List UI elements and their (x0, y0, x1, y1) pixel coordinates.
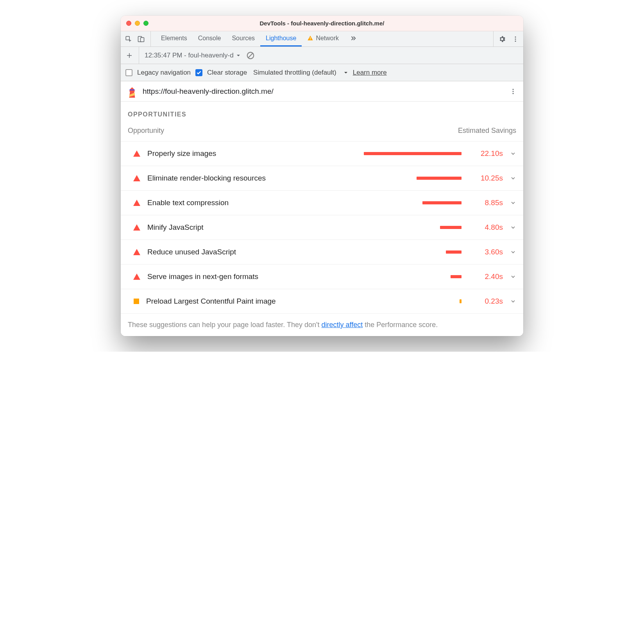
svg-point-12 (513, 91, 514, 92)
savings-bar (446, 250, 462, 254)
tab-console[interactable]: Console (193, 31, 227, 47)
legacy-nav-checkbox[interactable] (125, 69, 132, 76)
fail-triangle-icon (133, 249, 140, 255)
chevron-down-icon[interactable] (510, 200, 516, 206)
tab-label: Elements (161, 35, 187, 42)
col-savings: Estimated Savings (458, 127, 516, 135)
kebab-icon[interactable] (512, 35, 519, 43)
clear-storage-checkbox[interactable] (195, 69, 202, 76)
chevron-down-icon[interactable] (510, 274, 516, 280)
opportunity-label: Properly size images (147, 149, 288, 158)
close-icon[interactable] (126, 21, 131, 26)
svg-rect-2 (141, 38, 144, 42)
opportunity-label: Enable text compression (147, 199, 288, 207)
savings-bar-track (295, 177, 465, 180)
fail-triangle-icon (133, 175, 140, 181)
chevron-down-icon[interactable] (510, 249, 516, 255)
chevron-down-icon[interactable] (510, 298, 516, 304)
svg-point-13 (513, 93, 514, 94)
footnote-link[interactable]: directly affect (321, 321, 363, 329)
opportunity-row[interactable]: Reduce unused JavaScript3.60s (121, 240, 523, 264)
traffic-lights (126, 21, 148, 26)
divider (139, 47, 139, 64)
gear-icon[interactable] (498, 35, 506, 43)
savings-value: 8.85s (472, 199, 503, 207)
tested-url: https://foul-heavenly-direction.glitch.m… (143, 87, 504, 96)
clear-icon[interactable] (246, 51, 255, 60)
columns-header: Opportunity Estimated Savings (121, 124, 523, 141)
opportunity-label: Serve images in next-gen formats (147, 272, 288, 281)
svg-rect-4 (310, 39, 311, 39)
savings-bar (440, 226, 462, 229)
footnote-pre: These suggestions can help your page loa… (128, 321, 321, 329)
savings-bar (422, 201, 462, 204)
chevron-down-icon[interactable] (343, 70, 348, 75)
chevron-down-icon (236, 53, 241, 58)
tab-label: Console (198, 35, 221, 42)
savings-bar (364, 152, 462, 155)
tab-lighthouse[interactable]: Lighthouse (260, 31, 302, 47)
tab-label: Sources (232, 35, 255, 42)
opportunity-row[interactable]: Properly size images22.10s (121, 141, 523, 166)
learn-more-link[interactable]: Learn more (353, 69, 387, 77)
chevron-down-icon[interactable] (510, 175, 516, 181)
tab-elements[interactable]: Elements (156, 31, 193, 47)
fail-triangle-icon (133, 150, 140, 157)
tab-overflow[interactable] (344, 31, 362, 47)
opportunities-section: OPPORTUNITIES Opportunity Estimated Savi… (121, 102, 523, 336)
savings-bar-track (295, 275, 465, 278)
warning-icon (307, 35, 313, 41)
opportunity-row[interactable]: Preload Largest Contentful Paint image0.… (121, 289, 523, 314)
tab-label: Network (316, 35, 339, 42)
savings-value: 3.60s (472, 248, 503, 256)
run-settings: Legacy navigation Clear storage Simulate… (121, 64, 523, 81)
fail-triangle-icon (133, 200, 140, 206)
throttling-label: Simulated throttling (default) (253, 69, 336, 77)
clear-storage-label: Clear storage (207, 69, 247, 77)
chevron-down-icon[interactable] (510, 150, 516, 157)
savings-bar-track (295, 152, 465, 155)
opportunity-row[interactable]: Eliminate render-blocking resources10.25… (121, 166, 523, 190)
svg-point-5 (515, 36, 516, 38)
chevron-down-icon[interactable] (510, 224, 516, 231)
opportunity-label: Eliminate render-blocking resources (147, 174, 288, 182)
legacy-nav-label: Legacy navigation (137, 69, 191, 77)
chevron-right-double-icon (350, 35, 357, 42)
opportunity-row[interactable]: Minify JavaScript4.80s (121, 215, 523, 240)
report-menu-kebab-icon[interactable] (509, 88, 517, 95)
average-square-icon (134, 299, 139, 304)
opportunity-label: Minify JavaScript (147, 223, 288, 232)
savings-value: 2.40s (472, 272, 503, 281)
svg-point-11 (513, 89, 514, 90)
savings-bar-track (295, 226, 465, 229)
fail-triangle-icon (133, 274, 140, 280)
minimize-icon[interactable] (135, 21, 140, 26)
report-selector[interactable]: 12:35:47 PM - foul-heavenly-d (145, 52, 241, 59)
tab-sources[interactable]: Sources (226, 31, 260, 47)
savings-value: 22.10s (472, 149, 503, 158)
opportunity-row[interactable]: Serve images in next-gen formats2.40s (121, 264, 523, 289)
footnote: These suggestions can help your page loa… (121, 314, 523, 329)
opportunity-label: Preload Largest Contentful Paint image (146, 297, 287, 306)
savings-bar (417, 177, 462, 180)
savings-bar-track (295, 250, 465, 254)
device-icon[interactable] (137, 35, 145, 43)
devtools-window: DevTools - foul-heavenly-direction.glitc… (121, 16, 523, 336)
savings-value: 10.25s (472, 174, 503, 182)
inspect-icon[interactable] (125, 35, 132, 43)
tab-strip: Elements Console Sources Lighthouse Netw… (156, 31, 362, 47)
savings-bar (460, 299, 462, 303)
savings-value: 0.23s (472, 297, 503, 306)
svg-rect-10 (130, 89, 135, 90)
new-report-button[interactable] (125, 52, 133, 59)
fail-triangle-icon (133, 224, 140, 231)
zoom-icon[interactable] (143, 21, 148, 26)
opportunity-list: Properly size images22.10sEliminate rend… (121, 141, 523, 314)
panel-tabs: Elements Console Sources Lighthouse Netw… (121, 31, 523, 47)
tab-network[interactable]: Network (302, 31, 344, 47)
col-opportunity: Opportunity (128, 127, 458, 135)
section-title: OPPORTUNITIES (121, 107, 523, 124)
opportunity-row[interactable]: Enable text compression8.85s (121, 190, 523, 215)
svg-point-7 (515, 40, 516, 41)
savings-value: 4.80s (472, 223, 503, 232)
